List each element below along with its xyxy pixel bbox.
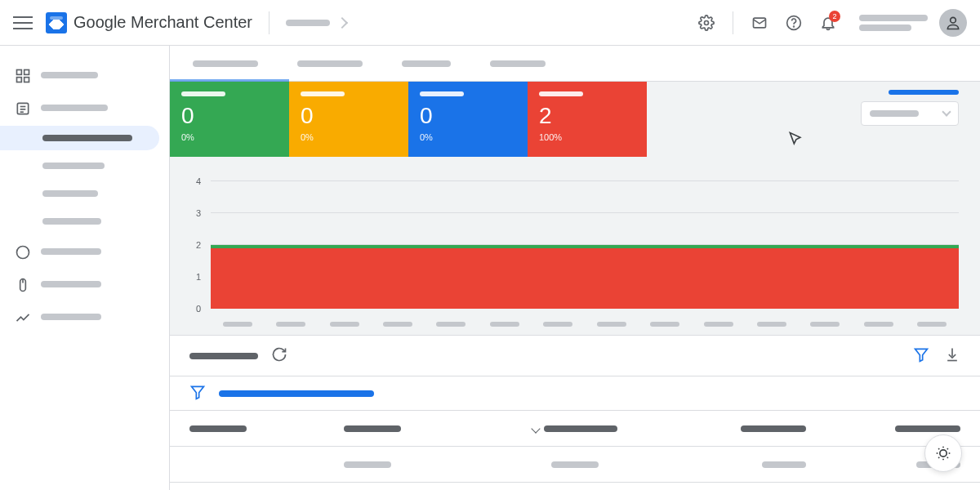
table-area <box>170 335 980 483</box>
arrow-down-icon <box>531 424 540 433</box>
col-1[interactable] <box>189 425 344 432</box>
card-value: 0 <box>181 105 278 127</box>
svg-rect-8 <box>24 78 29 82</box>
svg-line-25 <box>947 448 948 449</box>
status-card-blue[interactable]: 0 0% <box>408 82 528 157</box>
chart: 01234 <box>170 157 980 320</box>
divider <box>269 11 270 34</box>
status-cards: 0 0% 0 0% 0 0% 2 100% <box>170 82 980 157</box>
help-icon[interactable] <box>779 8 808 38</box>
sidebar-item-1[interactable] <box>0 60 169 90</box>
notifications-icon[interactable]: 2 <box>813 8 843 38</box>
sidebar <box>0 46 170 490</box>
col-2[interactable] <box>344 425 498 432</box>
download-icon[interactable] <box>944 346 960 366</box>
table-header <box>170 411 980 447</box>
sidebar-item-9[interactable] <box>0 302 169 332</box>
svg-point-0 <box>705 20 709 24</box>
status-card-yellow[interactable]: 0 0% <box>289 82 408 157</box>
card-value: 0 <box>420 105 516 127</box>
card-value: 0 <box>301 105 397 127</box>
filter-icon <box>189 384 207 403</box>
svg-line-23 <box>938 448 939 449</box>
sidebar-item-4[interactable] <box>0 154 169 178</box>
tab-3[interactable] <box>399 46 454 81</box>
chart-dropdown[interactable] <box>861 101 959 126</box>
refresh-icon[interactable] <box>271 346 287 366</box>
svg-point-18 <box>940 450 947 457</box>
svg-line-24 <box>947 457 948 458</box>
svg-point-4 <box>951 17 956 23</box>
card-pct: 0% <box>301 132 397 142</box>
sidebar-item-5[interactable] <box>0 181 169 206</box>
svg-marker-16 <box>915 349 928 361</box>
svg-rect-5 <box>17 70 22 75</box>
mail-icon[interactable] <box>745 8 774 38</box>
card-pct: 100% <box>539 132 635 142</box>
svg-point-13 <box>17 247 29 259</box>
app-name-rest: Merchant Center <box>127 13 253 31</box>
dashboard-panel: 0 0% 0 0% 0 0% 2 100% <box>170 82 980 335</box>
dashboard-icon <box>15 68 29 82</box>
col-4[interactable] <box>652 425 806 432</box>
svg-line-26 <box>938 457 939 458</box>
notification-badge: 2 <box>829 11 840 22</box>
table-row[interactable] <box>170 447 980 483</box>
sidebar-item-8[interactable] <box>0 270 169 299</box>
app-header: Google Merchant Center 2 <box>0 0 980 46</box>
svg-rect-7 <box>17 78 22 82</box>
chevron-down-icon <box>942 107 951 116</box>
card-pct: 0% <box>181 132 278 142</box>
list-icon <box>15 100 29 115</box>
filter-icon[interactable] <box>913 346 931 366</box>
col-5[interactable] <box>806 425 960 432</box>
avatar[interactable] <box>939 9 967 37</box>
table-toolbar <box>170 336 980 376</box>
tab-1[interactable] <box>189 46 261 81</box>
chevron-right-icon <box>336 16 348 28</box>
svg-point-3 <box>794 26 795 27</box>
mouse-icon <box>15 277 29 292</box>
status-card-green[interactable]: 0 0% <box>170 82 289 157</box>
card-pct: 0% <box>420 132 516 142</box>
tab-4[interactable] <box>487 46 549 81</box>
svg-rect-6 <box>24 70 29 75</box>
menu-icon[interactable] <box>13 13 33 33</box>
card-value: 2 <box>539 105 635 127</box>
sidebar-item-3-selected[interactable] <box>0 126 159 150</box>
feedback-fab[interactable] <box>924 434 962 472</box>
sidebar-item-7[interactable] <box>0 237 169 266</box>
app-logo[interactable]: Google Merchant Center <box>46 12 252 33</box>
tab-2[interactable] <box>294 46 366 81</box>
chart-link[interactable] <box>889 90 959 95</box>
tabs <box>170 46 980 82</box>
main-content: 0 0% 0 0% 0 0% 2 100% <box>170 46 980 490</box>
app-name-bold: Google <box>74 13 127 31</box>
sidebar-item-6[interactable] <box>0 209 169 234</box>
status-card-red[interactable]: 2 100% <box>528 82 647 157</box>
divider <box>733 11 733 34</box>
settings-icon[interactable] <box>692 8 721 38</box>
breadcrumb[interactable] <box>286 19 346 27</box>
mouse-cursor <box>787 131 808 152</box>
circle-icon <box>15 244 29 259</box>
col-3[interactable] <box>498 425 653 432</box>
filter-bar[interactable] <box>170 376 980 411</box>
account-selector[interactable] <box>848 15 934 31</box>
sidebar-item-2[interactable] <box>0 93 169 122</box>
chart-icon <box>15 310 29 324</box>
svg-marker-17 <box>192 386 204 399</box>
